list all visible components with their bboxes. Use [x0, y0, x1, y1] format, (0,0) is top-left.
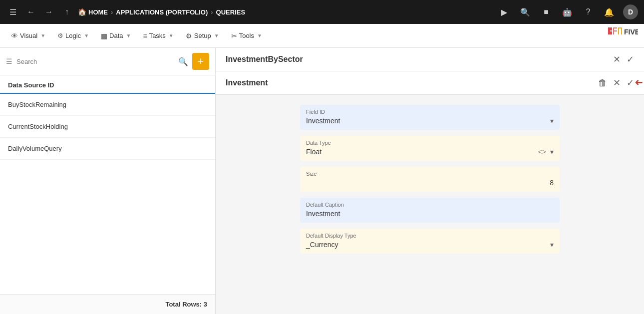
form-fields-container: Field ID Investment ▾ Data Type Float <>…: [300, 105, 560, 254]
logic-label: Logic: [65, 32, 81, 39]
main-toolbar: 👁 Visual ▼ ⚙ Logic ▼ ▦ Data ▼ ≡ Tasks ▼ …: [0, 24, 644, 48]
breadcrumb: 🏠 HOME › APPLICATIONS (PORTFOLIO) › QUER…: [78, 8, 245, 16]
hamburger-menu-icon[interactable]: ☰: [6, 5, 20, 19]
size-group: Size 8: [300, 167, 560, 192]
svg-marker-0: [608, 27, 612, 34]
top-navigation: ☰ ← → ↑ 🏠 HOME › APPLICATIONS (PORTFOLIO…: [0, 0, 644, 24]
tasks-caret: ▼: [169, 33, 174, 38]
field-id-dropdown-icon[interactable]: ▾: [550, 117, 554, 125]
close-form-button[interactable]: ✕: [613, 77, 621, 88]
list-item[interactable]: BuyStockRemaining: [0, 94, 215, 116]
datasource-id-header: Data Source ID: [0, 75, 215, 94]
form-panel-header-wrapper: Investment 🗑 ✕ ✓ ➜: [216, 71, 644, 95]
stop-icon[interactable]: ■: [539, 5, 553, 19]
breadcrumb-chevron-2: ›: [211, 8, 213, 16]
setup-label: Setup: [194, 32, 211, 39]
data-caret: ▼: [126, 33, 131, 38]
content-header: InvestmentBySector ✕ ✓: [216, 48, 644, 71]
forward-button[interactable]: →: [42, 5, 56, 19]
content-title: InvestmentBySector: [226, 55, 303, 64]
search-icon[interactable]: 🔍: [518, 5, 532, 19]
filter-icon: ☰: [6, 57, 12, 65]
confirm-form-button[interactable]: ✓: [627, 77, 634, 88]
data-icon: ▦: [101, 32, 107, 40]
data-type-value-row: Float <> ▾: [300, 147, 560, 161]
user-avatar[interactable]: D: [623, 4, 638, 19]
content-area: InvestmentBySector ✕ ✓ Investment 🗑 ✕ ✓ …: [216, 48, 644, 314]
logic-menu[interactable]: ⚙ Logic ▼: [52, 29, 94, 42]
close-header-button[interactable]: ✕: [613, 54, 621, 65]
sidebar-search-bar: ☰ 🔍 +: [0, 48, 215, 75]
svg-marker-1: [613, 27, 617, 34]
data-type-label: Data Type: [300, 136, 560, 147]
visual-icon: 👁: [11, 32, 18, 40]
field-id-group: Field ID Investment ▾: [300, 105, 560, 130]
up-button[interactable]: ↑: [60, 5, 74, 19]
add-button[interactable]: +: [192, 53, 209, 70]
sidebar-items-list: BuyStockRemaining CurrentStockHolding Da…: [0, 94, 215, 294]
five-logo: FIVE: [608, 27, 638, 44]
size-label: Size: [300, 167, 560, 178]
confirm-header-button[interactable]: ✓: [627, 54, 634, 65]
breadcrumb-queries[interactable]: QUERIES: [216, 8, 246, 16]
top-nav-right-icons: ▶ 🔍 ■ 🤖 ? 🔔 D: [497, 4, 638, 19]
data-menu[interactable]: ▦ Data ▼: [96, 29, 136, 43]
setup-caret: ▼: [214, 33, 219, 38]
field-id-value: Investment: [306, 117, 550, 125]
search-input[interactable]: [16, 58, 174, 65]
tools-menu[interactable]: ✂ Tools ▼: [226, 29, 267, 43]
logic-caret: ▼: [84, 33, 89, 38]
main-layout: ☰ 🔍 + Data Source ID BuyStockRemaining C…: [0, 48, 644, 314]
content-header-actions: ✕ ✓: [613, 54, 634, 65]
field-id-label: Field ID: [300, 105, 560, 116]
tasks-menu[interactable]: ≡ Tasks ▼: [138, 29, 178, 43]
data-label: Data: [109, 32, 123, 39]
form-content: Field ID Investment ▾ Data Type Float <>…: [216, 95, 644, 314]
svg-marker-2: [618, 27, 622, 34]
tools-icon: ✂: [231, 32, 237, 40]
data-type-dropdown-icon[interactable]: ▾: [550, 148, 554, 156]
visual-label: Visual: [20, 32, 37, 39]
default-caption-group: Default Caption Investment: [300, 198, 560, 223]
red-arrow-indicator: ➜: [635, 77, 643, 89]
default-caption-label: Default Caption: [300, 198, 560, 209]
sidebar: ☰ 🔍 + Data Source ID BuyStockRemaining C…: [0, 48, 216, 314]
logic-icon: ⚙: [57, 32, 63, 39]
list-item[interactable]: DailyVolumeQuery: [0, 138, 215, 160]
default-caption-value: Investment: [306, 210, 554, 218]
code-icon[interactable]: <>: [538, 148, 546, 156]
svg-text:FIVE: FIVE: [624, 28, 638, 36]
breadcrumb-applications[interactable]: APPLICATIONS (PORTFOLIO): [116, 8, 208, 16]
default-display-type-value: _Currency: [306, 241, 550, 249]
field-id-value-row: Investment ▾: [300, 116, 560, 130]
play-icon[interactable]: ▶: [497, 5, 511, 19]
default-display-type-value-row: _Currency ▾: [300, 240, 560, 254]
home-icon[interactable]: 🏠 HOME: [78, 8, 108, 16]
tasks-label: Tasks: [149, 32, 166, 39]
tools-label: Tools: [239, 32, 254, 39]
default-display-type-label: Default Display Type: [300, 229, 560, 240]
visual-menu[interactable]: 👁 Visual ▼: [6, 29, 50, 43]
search-magnify-icon[interactable]: 🔍: [178, 57, 188, 66]
total-rows: Total Rows: 3: [0, 294, 215, 314]
notification-icon[interactable]: 🔔: [602, 5, 616, 19]
data-type-group: Data Type Float <> ▾: [300, 136, 560, 161]
form-panel-actions: 🗑 ✕ ✓ ➜: [598, 77, 634, 88]
delete-button[interactable]: 🗑: [598, 78, 607, 88]
help-icon[interactable]: ?: [581, 5, 595, 19]
list-item[interactable]: CurrentStockHolding: [0, 116, 215, 138]
data-type-value: Float: [306, 148, 538, 156]
default-caption-value-row: Investment: [300, 209, 560, 223]
visual-caret: ▼: [40, 33, 45, 38]
size-value-row: 8: [300, 178, 560, 192]
default-display-type-group: Default Display Type _Currency ▾: [300, 229, 560, 254]
breadcrumb-chevron-1: ›: [111, 8, 113, 16]
display-type-dropdown-icon[interactable]: ▾: [550, 241, 554, 249]
back-button[interactable]: ←: [24, 5, 38, 19]
tools-caret: ▼: [257, 33, 262, 38]
tasks-icon: ≡: [143, 32, 147, 40]
setup-icon: ⚙: [186, 32, 192, 40]
robot-icon[interactable]: 🤖: [560, 5, 574, 19]
size-value: 8: [550, 179, 554, 187]
setup-menu[interactable]: ⚙ Setup ▼: [181, 29, 224, 43]
